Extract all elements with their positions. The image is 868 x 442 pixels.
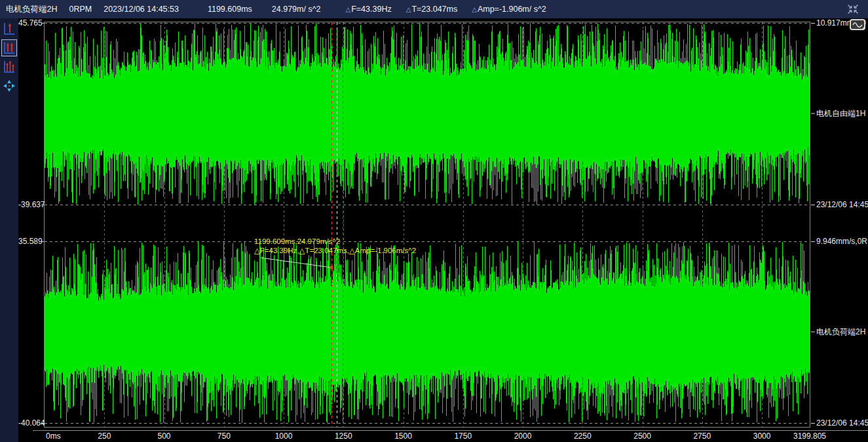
- waveform-trace-pane1: [45, 23, 810, 205]
- pane2-ymax-label: 35.589: [18, 237, 41, 246]
- right-tick: [811, 332, 815, 332]
- delta-icon: △: [406, 6, 411, 13]
- plot-frame[interactable]: 1199.609ms,24.979m/s^2 △F=43.39Hz,△T=23.…: [44, 22, 810, 428]
- delta-amplitude-label: △Amp=-1.906m/ s^2: [472, 5, 546, 14]
- pane2-ymin-label: -40.064: [18, 418, 41, 428]
- axis-underline: [33, 430, 868, 431]
- waveform-plot-area: 1199.609ms,24.979m/s^2 △F=43.39Hz,△T=23.…: [18, 18, 868, 442]
- horizontal-gridline: [45, 423, 810, 424]
- y-axis-tick: [41, 423, 44, 424]
- pane2-channel-label: 电机负荷端2H: [811, 327, 865, 338]
- x-tick-label: 2250: [574, 432, 592, 441]
- right-tick: [811, 241, 815, 242]
- x-tick-label: 250: [98, 432, 111, 441]
- delta-icon: △: [472, 6, 477, 13]
- y-axis-tick: [41, 241, 44, 242]
- right-tick: [811, 205, 815, 205]
- sidebar-toolbox: [0, 18, 18, 442]
- channel-label: 电机负荷端2H: [6, 4, 57, 15]
- x-tick-label: 2750: [693, 432, 711, 441]
- datetime-label: 2023/12/06 14:45:53: [104, 5, 179, 14]
- pane1-channel-label: 电机自由端1H: [811, 108, 865, 119]
- y-axis-tick: [41, 23, 44, 24]
- collapse-arrows-glyph: [847, 4, 859, 14]
- x-tick-label: 3199.805: [793, 432, 826, 441]
- harmonic-cursor-chart-tool[interactable]: [1, 39, 17, 56]
- x-tick-label: 3000: [753, 432, 771, 441]
- x-axis-labels: 0ms2505007501000125015001750200022502500…: [18, 432, 868, 442]
- waveform-trace-pane2: [45, 241, 810, 423]
- y-axis-tick: [41, 205, 44, 205]
- x-tick-label: 1000: [275, 432, 293, 441]
- pane1-ymin-label: -39.637: [18, 200, 41, 209]
- pan-move-icon: [3, 79, 16, 92]
- x-tick-label: 2000: [514, 432, 532, 441]
- annotation-line1: 1199.609ms,24.979m/s^2: [254, 237, 416, 246]
- pane1-ymax-label: 45.765: [18, 18, 41, 28]
- single-cursor-chart-tool[interactable]: [1, 20, 17, 37]
- x-tick-label: 0ms: [46, 432, 61, 441]
- pan-move-tool[interactable]: [1, 77, 17, 94]
- pane2-right-scale-label: 9.946mm/s,0RPM: [811, 237, 868, 246]
- horizontal-gridline: [45, 205, 810, 205]
- x-tick-label: 1250: [335, 432, 352, 441]
- dropdown-corner-icon: [861, 27, 864, 30]
- stem-plot-icon: [3, 60, 16, 74]
- pane2-timestamp-label: 23/12/06 14:45:5: [811, 418, 868, 428]
- x-tick-label: 1500: [394, 432, 412, 441]
- delta-cursor-line[interactable]: [337, 22, 337, 427]
- right-tick: [811, 113, 815, 114]
- cursor-time-label: 1199.609ms: [208, 5, 252, 14]
- right-tick: [811, 23, 815, 24]
- main-cursor-line[interactable]: [331, 22, 332, 427]
- harmonic-cursor-line[interactable]: [343, 22, 343, 427]
- annotation-line2: △F=43.39Hz,△T=23.047ms,△Amp=-1.906m/s^2: [254, 246, 416, 255]
- x-tick-label: 2500: [633, 432, 651, 441]
- waveform-display-toggle-button[interactable]: [850, 19, 865, 30]
- right-tick: [811, 423, 815, 424]
- cursor-annotation: 1199.609ms,24.979m/s^2 △F=43.39Hz,△T=23.…: [254, 237, 416, 255]
- x-tick-label: 1750: [454, 432, 472, 441]
- rpm-label: 0RPM: [69, 5, 92, 14]
- toolbar: 电机负荷端2H 0RPM 2023/12/06 14:45:53 1199.60…: [0, 0, 868, 18]
- x-tick-label: 750: [217, 432, 231, 441]
- collapse-to-center-icon[interactable]: [846, 2, 860, 16]
- delta-time-label: △T=23.047ms: [406, 5, 458, 14]
- single-cursor-chart-icon: [3, 22, 16, 36]
- delta-icon: △: [345, 6, 350, 13]
- harmonic-cursor-chart-icon: [3, 41, 16, 55]
- x-tick-label: 500: [157, 432, 170, 441]
- stem-plot-tool[interactable]: [1, 58, 17, 75]
- delta-frequency-label: △F=43.39Hz: [345, 5, 391, 14]
- cursor-amplitude-label: 24.979m/ s^2: [272, 5, 321, 14]
- pane1-timestamp-label: 23/12/06 14:45:4: [811, 200, 868, 209]
